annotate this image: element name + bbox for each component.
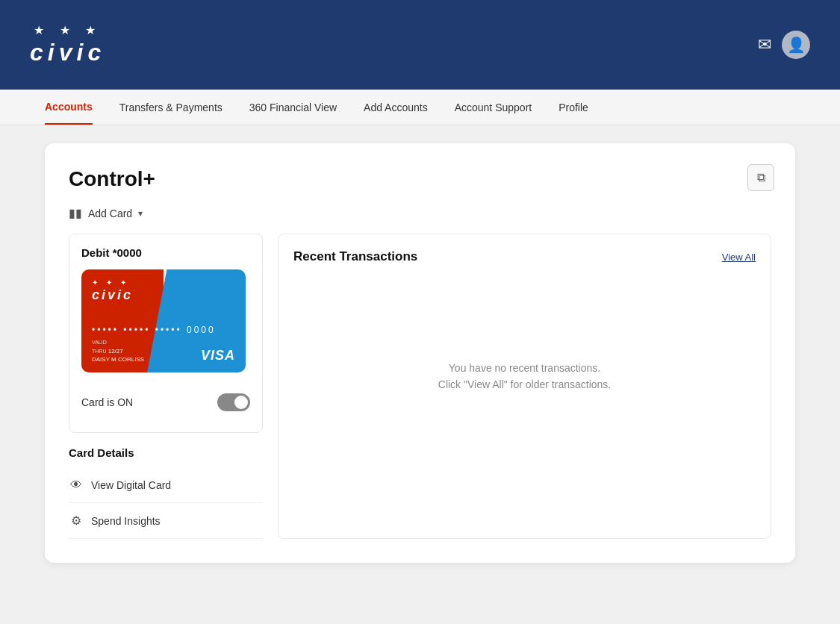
spend-insights-label: Spend Insights <box>91 515 161 527</box>
no-transactions-line2: Click "View All" for older transactions. <box>438 378 611 390</box>
nav-accounts[interactable]: Accounts <box>45 90 93 125</box>
card-details-section: Card Details 👁 View Digital Card ⚙ Spend… <box>69 433 263 539</box>
card-top: ✦ ✦ ✦ civic <box>92 278 235 303</box>
add-card-label: Add Card <box>88 208 132 219</box>
card-status-row: Card is ON <box>81 384 250 420</box>
view-all-link[interactable]: View All <box>722 252 756 263</box>
nav-add-accounts[interactable]: Add Accounts <box>364 91 428 124</box>
two-col-layout: Debit *0000 ✦ ✦ ✦ civic ••••• ••••• ••••… <box>69 234 771 539</box>
no-transactions-line1: You have no recent transactions. <box>449 362 600 374</box>
card-details-title: Card Details <box>69 446 263 459</box>
main-content: Control+ ⧉ ▮▮ Add Card ▾ Debit *0000 <box>0 125 840 581</box>
main-nav: Accounts Transfers & Payments 360 Financ… <box>0 90 840 125</box>
card-holder-name: DAISY M CORLISS <box>92 356 144 363</box>
card-status-text: Card is ON <box>81 396 133 408</box>
view-digital-card-label: View Digital Card <box>91 479 171 491</box>
nav-360-financial[interactable]: 360 Financial View <box>249 91 337 124</box>
nav-profile[interactable]: Profile <box>559 91 588 124</box>
transactions-body: You have no recent transactions. Click "… <box>293 279 756 473</box>
card-valid-info: VALIDTHRU 12/27 DAISY M CORLISS <box>92 338 144 364</box>
insights-icon: ⚙ <box>69 514 84 528</box>
toggle-knob <box>234 396 248 409</box>
eye-icon: 👁 <box>69 478 84 492</box>
transactions-title: Recent Transactions <box>293 249 417 264</box>
add-card-row[interactable]: ▮▮ Add Card ▾ <box>69 206 771 220</box>
card-toggle[interactable] <box>217 393 250 411</box>
card-content: ✦ ✦ ✦ civic ••••• ••••• ••••• 0000 VALID… <box>81 269 246 372</box>
card-valid-date: 12/27 <box>108 348 123 355</box>
card-stars: ✦ ✦ ✦ <box>92 278 235 287</box>
card-valid-label: VALIDTHRU <box>92 340 107 353</box>
avatar[interactable]: 👤 <box>782 31 810 59</box>
left-panel: Debit *0000 ✦ ✦ ✦ civic ••••• ••••• ••••… <box>69 234 263 539</box>
right-panel: Recent Transactions View All You have no… <box>278 234 771 539</box>
spend-insights-item[interactable]: ⚙ Spend Insights <box>69 503 263 539</box>
card-number: ••••• ••••• ••••• 0000 <box>92 325 235 335</box>
view-digital-card-item[interactable]: 👁 View Digital Card <box>69 468 263 503</box>
card-icon: ▮▮ <box>69 206 82 220</box>
card-footer: VALIDTHRU 12/27 DAISY M CORLISS VISA <box>92 338 235 364</box>
page-title: Control+ <box>69 167 771 191</box>
card-logo: civic <box>92 287 133 302</box>
chevron-down-icon: ▾ <box>138 208 143 219</box>
card-visa-label: VISA <box>201 348 235 364</box>
transactions-header: Recent Transactions View All <box>293 249 756 264</box>
logo-text: civic <box>30 39 105 66</box>
header-icons: ✉ 👤 <box>758 31 810 59</box>
site-header: ★ ★ ★ civic ✉ 👤 <box>0 0 840 90</box>
debit-card-visual: ✦ ✦ ✦ civic ••••• ••••• ••••• 0000 VALID… <box>81 269 246 372</box>
nav-transfers[interactable]: Transfers & Payments <box>119 91 223 124</box>
control-plus-container: Control+ ⧉ ▮▮ Add Card ▾ Debit *0000 <box>45 143 795 563</box>
card-bottom: ••••• ••••• ••••• 0000 VALIDTHRU 12/27 D… <box>92 325 235 364</box>
debit-card-wrapper: Debit *0000 ✦ ✦ ✦ civic ••••• ••••• ••••… <box>69 234 263 433</box>
no-transactions-message: You have no recent transactions. Click "… <box>438 360 611 393</box>
mail-icon[interactable]: ✉ <box>758 35 771 54</box>
nav-account-support[interactable]: Account Support <box>455 91 532 124</box>
expand-button[interactable]: ⧉ <box>747 164 774 191</box>
logo-stars: ★ ★ ★ <box>34 23 102 37</box>
card-label: Debit *0000 <box>81 246 250 259</box>
logo: ★ ★ ★ civic <box>30 23 105 66</box>
avatar-icon: 👤 <box>787 36 806 54</box>
